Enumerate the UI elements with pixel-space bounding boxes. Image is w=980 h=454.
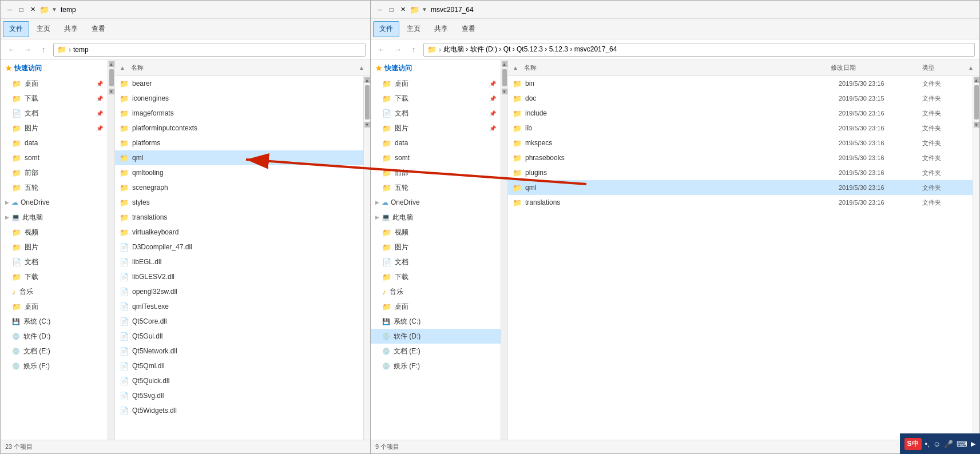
right-address-path[interactable]: 📁 › 此电脑 › 软件 (D:) › Qt › Qt5.12.3 › 5.12…	[423, 43, 975, 57]
left-quick-access-header[interactable]: ★ 快速访问	[1, 60, 108, 76]
right-file-doc[interactable]: 📁 doc 2019/5/30 23:15 文件夹	[508, 91, 973, 106]
left-sidebar-docs[interactable]: 📄 文档 📌	[1, 106, 108, 121]
right-drive-d[interactable]: 💿 软件 (D:)	[371, 329, 501, 344]
taskbar-emoji[interactable]: ☺	[933, 440, 941, 448]
left-sidebar-desktop[interactable]: 📁 桌面 📌	[1, 76, 108, 91]
left-pc-header[interactable]: ▶ 💻 此电脑	[1, 210, 108, 225]
right-quick-access-header[interactable]: ★ 快速访问	[371, 60, 501, 76]
left-file-qt5network[interactable]: 📄 Qt5Network.dll	[115, 344, 363, 359]
right-file-mkspecs[interactable]: 📁 mkspecs 2019/5/30 23:16 文件夹	[508, 136, 973, 150]
left-file-scenegraph[interactable]: 📁 scenegraph	[115, 180, 363, 195]
left-file-qmltest[interactable]: 📄 qmlTest.exe	[115, 299, 363, 314]
left-file-qt5quick[interactable]: 📄 Qt5Quick.dll	[115, 373, 363, 388]
left-file-qt5widgets[interactable]: 📄 Qt5Widgets.dll	[115, 403, 363, 418]
right-sidebar-doc2[interactable]: 📄 文档	[371, 254, 501, 269]
left-drive-c[interactable]: 💾 系统 (C:)	[1, 314, 108, 329]
right-drive-e[interactable]: 💿 文档 (E:)	[371, 344, 501, 359]
left-sidebar-scroll-thumb[interactable]	[109, 69, 114, 86]
left-file-styles[interactable]: 📁 styles	[115, 195, 363, 210]
left-sidebar-data[interactable]: 📁 data	[1, 136, 108, 150]
left-sidebar-video[interactable]: 📁 视频	[1, 225, 108, 240]
right-pc-header[interactable]: ▶ 💻 此电脑	[371, 210, 501, 225]
right-drive-f[interactable]: 💿 娱乐 (F:)	[371, 359, 501, 373]
left-restore-icon[interactable]: □	[17, 5, 26, 14]
left-minimize-icon[interactable]: ─	[5, 5, 14, 14]
left-ribbon-file[interactable]: 文件	[3, 21, 29, 37]
left-sidebar-pics[interactable]: 📁 图片 📌	[1, 121, 108, 136]
left-onedrive-header[interactable]: ▶ ☁ OneDrive	[1, 195, 108, 210]
left-sidebar-somt[interactable]: 📁 somt	[1, 150, 108, 165]
left-file-virtualkeyboard[interactable]: 📁 virtualkeyboard	[115, 225, 363, 240]
left-sidebar-desktop2[interactable]: 📁 桌面	[1, 299, 108, 314]
left-address-path[interactable]: 📁 › temp	[53, 43, 366, 57]
right-file-scroll-thumb[interactable]	[974, 85, 979, 120]
left-file-scroll-down[interactable]: ▼	[364, 122, 370, 128]
right-ribbon-home[interactable]: 主页	[400, 21, 427, 37]
left-file-scroll-up[interactable]: ▲	[364, 77, 370, 83]
right-sidebar-scroll-thumb[interactable]	[502, 69, 507, 86]
left-ribbon-share[interactable]: 共享	[58, 21, 84, 37]
sogou-input-icon[interactable]: S中	[904, 438, 922, 450]
left-sidebar-doc2[interactable]: 📄 文档	[1, 254, 108, 269]
left-file-bearer[interactable]: 📁 bearer	[115, 76, 363, 91]
right-minimize-icon[interactable]: ─	[375, 5, 384, 14]
right-nav-back[interactable]: ←	[375, 43, 388, 56]
right-ribbon-file[interactable]: 文件	[373, 21, 399, 37]
right-drive-c[interactable]: 💾 系统 (C:)	[371, 314, 501, 329]
taskbar-keyboard[interactable]: ⌨	[957, 440, 967, 448]
left-col-name[interactable]: 名称	[131, 63, 359, 72]
right-file-translations[interactable]: 📁 translations 2019/5/30 23:16 文件夹	[508, 195, 973, 210]
left-sidebar-dl2[interactable]: 📁 下载	[1, 269, 108, 284]
right-nav-forward[interactable]: →	[391, 43, 404, 56]
left-drive-f[interactable]: 💿 娱乐 (F:)	[1, 359, 108, 373]
left-file-d3d[interactable]: 📄 D3Dcompiler_47.dll	[115, 240, 363, 254]
left-file-iconengines[interactable]: 📁 iconengines	[115, 91, 363, 106]
right-sidebar-scroll-down[interactable]: ▼	[502, 89, 507, 94]
left-file-qt5core[interactable]: 📄 Qt5Core.dll	[115, 314, 363, 329]
taskbar-play[interactable]: ▶	[971, 440, 975, 448]
right-sidebar-video[interactable]: 📁 视频	[371, 225, 501, 240]
left-sidebar-scroll-up[interactable]: ▲	[109, 61, 114, 67]
left-file-opengl[interactable]: 📄 opengl32sw.dll	[115, 284, 363, 299]
left-file-qt5svg[interactable]: 📄 Qt5Svg.dll	[115, 388, 363, 403]
right-file-scroll[interactable]: 📁 bin 2019/5/30 23:16 文件夹 📁 doc 2019/5/3…	[508, 76, 973, 440]
left-file-libgles[interactable]: 📄 libGLESV2.dll	[115, 269, 363, 284]
left-sidebar-wheel[interactable]: 📁 五轮	[1, 180, 108, 195]
left-ribbon-view[interactable]: 查看	[85, 21, 112, 37]
left-ribbon-home[interactable]: 主页	[30, 21, 57, 37]
left-sidebar-scroll-down[interactable]: ▼	[109, 89, 114, 94]
right-file-plugins[interactable]: 📁 plugins 2019/5/30 23:16 文件夹	[508, 165, 973, 180]
right-col-date[interactable]: 修改日期	[831, 63, 922, 72]
left-sidebar-music[interactable]: ♪ 音乐	[1, 284, 108, 299]
right-file-bin[interactable]: 📁 bin 2019/5/30 23:16 文件夹	[508, 76, 973, 91]
right-file-include[interactable]: 📁 include 2019/5/30 23:16 文件夹	[508, 106, 973, 121]
right-sidebar-vscroll[interactable]: ▲ ▼	[501, 60, 507, 440]
right-sidebar-data[interactable]: 📁 data	[371, 136, 501, 150]
right-col-name[interactable]: 名称	[524, 63, 831, 72]
left-file-scroll[interactable]: 📁 bearer 📁 iconengines 📁 imageformats	[115, 76, 363, 440]
right-sidebar-pic2[interactable]: 📁 图片	[371, 240, 501, 254]
left-file-qml[interactable]: 📁 qml	[115, 150, 363, 165]
left-nav-forward[interactable]: →	[21, 43, 34, 56]
left-close-icon[interactable]: ✕	[28, 5, 37, 14]
right-ribbon-view[interactable]: 查看	[455, 21, 482, 37]
right-sidebar-docs[interactable]: 📄 文档 📌	[371, 106, 501, 121]
left-sidebar-front[interactable]: 📁 前部	[1, 165, 108, 180]
right-sidebar-desktop2[interactable]: 📁 桌面	[371, 299, 501, 314]
right-file-vscroll[interactable]: ▲ ▼	[973, 76, 979, 440]
right-file-qml[interactable]: 📁 qml 2019/5/30 23:16 文件夹	[508, 180, 973, 195]
right-sidebar-front[interactable]: 📁 前部	[371, 165, 501, 180]
left-sidebar-downloads[interactable]: 📁 下载 📌	[1, 91, 108, 106]
left-file-imageformats[interactable]: 📁 imageformats	[115, 106, 363, 121]
left-file-qmltooling[interactable]: 📁 qmltooling	[115, 165, 363, 180]
right-sidebar-scroll-up[interactable]: ▲	[502, 61, 507, 67]
right-sidebar-somt[interactable]: 📁 somt	[371, 150, 501, 165]
left-file-libegl[interactable]: 📄 libEGL.dll	[115, 254, 363, 269]
right-sidebar-pics[interactable]: 📁 图片 📌	[371, 121, 501, 136]
right-restore-icon[interactable]: □	[387, 5, 396, 14]
left-file-scroll-thumb[interactable]	[365, 85, 370, 120]
left-nav-up[interactable]: ↑	[37, 43, 50, 56]
left-drive-d[interactable]: 💿 软件 (D:)	[1, 329, 108, 344]
right-ribbon-share[interactable]: 共享	[428, 21, 454, 37]
right-nav-up[interactable]: ↑	[407, 43, 420, 56]
